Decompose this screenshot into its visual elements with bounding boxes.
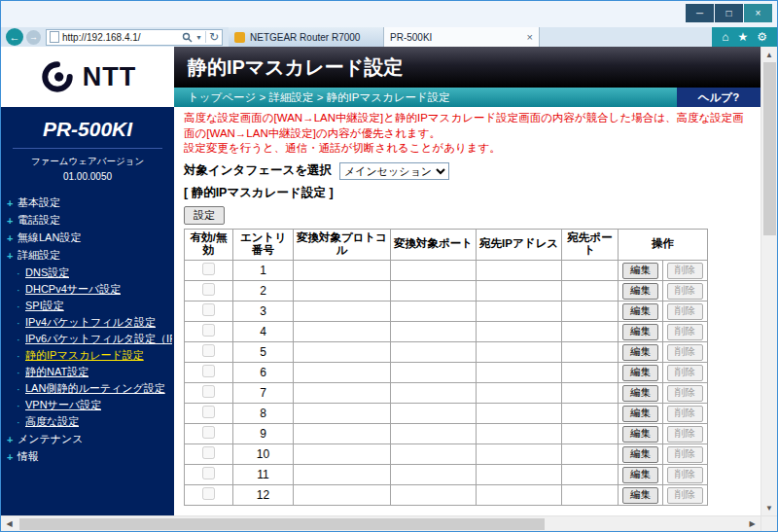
delete-button[interactable]: 削除 xyxy=(667,365,703,381)
enable-checkbox[interactable] xyxy=(202,365,215,377)
sidebar-link[interactable]: DNS設定 xyxy=(25,266,69,280)
edit-button[interactable]: 編集 xyxy=(622,303,658,320)
empty-cell xyxy=(294,342,391,363)
empty-cell xyxy=(562,383,619,404)
delete-button[interactable]: 削除 xyxy=(667,344,703,361)
interface-select[interactable]: メインセッション xyxy=(339,162,449,180)
back-button[interactable]: ← xyxy=(6,28,23,46)
sidebar-subitem[interactable]: ·静的NAT設定 xyxy=(17,365,172,379)
edit-button[interactable]: 編集 xyxy=(622,324,658,340)
delete-button[interactable]: 削除 xyxy=(667,385,703,402)
divider xyxy=(13,148,162,149)
edit-button[interactable]: 編集 xyxy=(622,406,658,422)
settings-gear-icon[interactable]: ⚙ xyxy=(757,30,767,44)
scroll-down-icon[interactable]: ▼ xyxy=(761,500,778,515)
sidebar-subitem[interactable]: ·DHCPv4サーバ設定 xyxy=(17,282,172,297)
bullet-icon: · xyxy=(17,267,25,279)
close-button[interactable]: × xyxy=(744,4,772,22)
edit-button[interactable]: 編集 xyxy=(622,385,658,402)
empty-cell xyxy=(391,281,477,301)
delete-button[interactable]: 削除 xyxy=(667,467,703,483)
sidebar-subitem[interactable]: ·LAN側静的ルーティング設定 xyxy=(17,381,172,396)
sidebar-subitem[interactable]: ·静的IPマスカレード設定 xyxy=(17,348,172,363)
sidebar-item[interactable]: +詳細設定 xyxy=(7,248,172,263)
maximize-button[interactable]: □ xyxy=(715,4,743,22)
scroll-up-icon[interactable]: ▲ xyxy=(761,47,778,62)
edit-button[interactable]: 編集 xyxy=(622,344,658,361)
favorites-star-icon[interactable]: ★ xyxy=(737,30,748,44)
minimize-button[interactable]: ─ xyxy=(686,4,714,22)
sidebar-subitem[interactable]: ·IPv4パケットフィルタ設定 xyxy=(17,315,172,330)
tab-pr-500ki[interactable]: PR-500KI × xyxy=(384,27,540,47)
delete-button[interactable]: 削除 xyxy=(667,446,703,463)
enable-checkbox[interactable] xyxy=(202,446,215,459)
breadcrumb[interactable]: トップページ > 詳細設定 > 静的IPマスカレード設定 xyxy=(174,88,677,107)
sidebar-subitem[interactable]: ·SPI設定 xyxy=(17,299,172,313)
sidebar-item[interactable]: +メンテナンス xyxy=(7,432,172,446)
edit-button[interactable]: 編集 xyxy=(622,487,658,504)
edit-button[interactable]: 編集 xyxy=(622,263,658,279)
sidebar-link[interactable]: 静的IPマスカレード設定 xyxy=(25,348,144,363)
url-dropdown-icon[interactable]: ▼ xyxy=(195,34,202,41)
delete-button[interactable]: 削除 xyxy=(667,487,703,504)
enable-checkbox[interactable] xyxy=(202,263,215,275)
sidebar-link[interactable]: IPv4パケットフィルタ設定 xyxy=(25,315,156,330)
enable-checkbox[interactable] xyxy=(202,487,215,500)
edit-button[interactable]: 編集 xyxy=(622,467,658,483)
edit-button[interactable]: 編集 xyxy=(622,446,658,463)
scroll-left-icon[interactable]: ◀ xyxy=(1,516,18,532)
home-icon[interactable]: ⌂ xyxy=(722,30,728,44)
delete-button[interactable]: 削除 xyxy=(667,283,703,300)
checkbox-cell xyxy=(185,342,233,363)
vertical-scroll-thumb[interactable] xyxy=(763,62,776,235)
sidebar-item-label: 詳細設定 xyxy=(18,248,60,263)
sidebar-subitem[interactable]: ·DNS設定 xyxy=(17,266,172,280)
scroll-right-icon[interactable]: ▶ xyxy=(744,516,760,532)
sidebar-link[interactable]: 高度な設定 xyxy=(25,414,79,429)
delete-button[interactable]: 削除 xyxy=(667,324,703,340)
refresh-icon[interactable]: ↻ xyxy=(209,30,219,44)
url-text[interactable]: http://192.168.4.1/ xyxy=(62,32,182,43)
vertical-scrollbar[interactable]: ▲ ▼ xyxy=(760,47,777,515)
submit-button[interactable]: 設定 xyxy=(184,206,225,225)
address-bar[interactable]: http://192.168.4.1/ ▼ ↻ xyxy=(46,29,223,46)
enable-checkbox[interactable] xyxy=(202,467,215,479)
enable-checkbox[interactable] xyxy=(202,406,215,418)
sidebar-link[interactable]: SPI設定 xyxy=(25,299,64,313)
delete-button[interactable]: 削除 xyxy=(667,263,703,279)
horizontal-scroll-thumb[interactable] xyxy=(19,518,545,530)
sidebar-link[interactable]: LAN側静的ルーティング設定 xyxy=(25,381,165,396)
forward-button[interactable]: → xyxy=(26,30,41,45)
enable-checkbox[interactable] xyxy=(202,324,215,337)
sidebar-link[interactable]: DHCPv4サーバ設定 xyxy=(25,282,121,297)
sidebar-item[interactable]: +電話設定 xyxy=(7,213,172,228)
sidebar-item[interactable]: +基本設定 xyxy=(7,195,172,210)
tab-close-icon[interactable]: × xyxy=(527,31,533,43)
sidebar-item[interactable]: +無線LAN設定 xyxy=(7,231,172,245)
enable-checkbox[interactable] xyxy=(202,344,215,357)
sidebar-subitem[interactable]: ·VPNサーバ設定 xyxy=(17,398,172,412)
delete-button[interactable]: 削除 xyxy=(667,406,703,422)
empty-cell xyxy=(562,404,619,424)
delete-button[interactable]: 削除 xyxy=(667,426,703,443)
help-button[interactable]: ヘルプ? xyxy=(677,88,760,107)
edit-button[interactable]: 編集 xyxy=(622,365,658,381)
enable-checkbox[interactable] xyxy=(202,385,215,398)
search-icon[interactable] xyxy=(182,32,193,43)
sidebar-link[interactable]: VPNサーバ設定 xyxy=(25,398,101,412)
sidebar-link[interactable]: 静的NAT設定 xyxy=(25,365,88,379)
edit-button[interactable]: 編集 xyxy=(622,283,658,300)
sidebar-item[interactable]: +情報 xyxy=(7,449,172,464)
column-header: 有効/無効 xyxy=(185,229,233,261)
tab-netgear-router[interactable]: NETGEAR Router R7000 xyxy=(229,27,384,47)
delete-button[interactable]: 削除 xyxy=(667,303,703,320)
sidebar-link[interactable]: IPv6パケットフィルタ設定（IPo xyxy=(25,332,172,346)
enable-checkbox[interactable] xyxy=(202,283,215,296)
enable-checkbox[interactable] xyxy=(202,303,215,316)
horizontal-scrollbar[interactable]: ◀ ▶ xyxy=(1,515,777,531)
edit-button[interactable]: 編集 xyxy=(622,426,658,443)
sidebar-subitem[interactable]: ·高度な設定 xyxy=(17,414,172,429)
expand-plus-icon: + xyxy=(7,434,18,445)
enable-checkbox[interactable] xyxy=(202,426,215,439)
sidebar-subitem[interactable]: ·IPv6パケットフィルタ設定（IPo xyxy=(17,332,172,346)
